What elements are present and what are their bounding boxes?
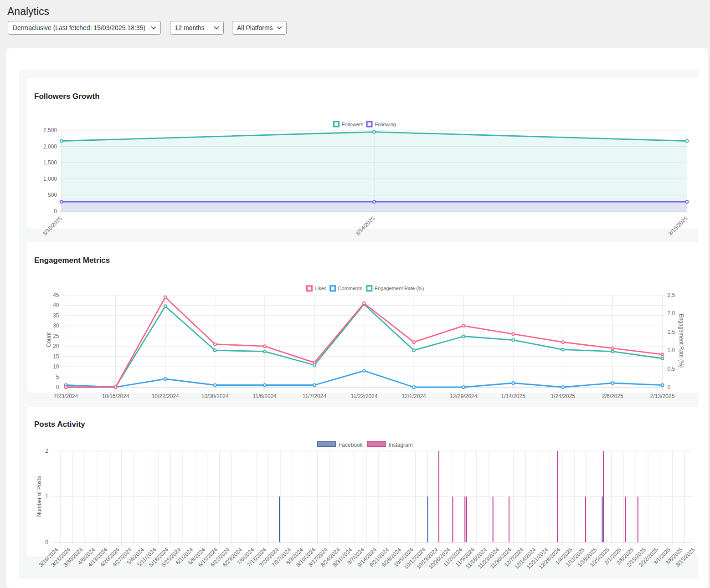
svg-text:Engagement Rate (%): Engagement Rate (%) xyxy=(375,286,424,291)
svg-text:2: 2 xyxy=(45,448,48,454)
svg-text:3/14/2025: 3/14/2025 xyxy=(354,215,376,237)
svg-text:2.0: 2.0 xyxy=(668,310,675,317)
svg-text:12/29/2024: 12/29/2024 xyxy=(450,393,477,399)
svg-text:1.5: 1.5 xyxy=(668,329,675,335)
svg-text:2.5: 2.5 xyxy=(668,292,675,298)
svg-text:5: 5 xyxy=(56,374,59,380)
svg-text:40: 40 xyxy=(53,302,59,308)
svg-text:Followers: Followers xyxy=(342,122,364,127)
svg-text:3/10/2025: 3/10/2025 xyxy=(41,215,63,237)
svg-text:1/14/2025: 1/14/2025 xyxy=(501,393,526,399)
svg-text:0.5: 0.5 xyxy=(668,366,675,372)
svg-text:Comments: Comments xyxy=(338,286,363,291)
svg-text:Likes: Likes xyxy=(315,286,327,291)
svg-text:0: 0 xyxy=(668,384,671,390)
svg-text:1.0: 1.0 xyxy=(668,347,675,353)
svg-text:45: 45 xyxy=(53,292,59,298)
svg-text:Facebook: Facebook xyxy=(339,442,363,448)
svg-text:Following: Following xyxy=(375,122,396,127)
svg-text:0: 0 xyxy=(56,384,59,390)
svg-text:500: 500 xyxy=(48,192,57,198)
svg-text:7/23/2024: 7/23/2024 xyxy=(54,393,78,399)
svg-text:20: 20 xyxy=(53,343,59,349)
svg-text:2/13/2025: 2/13/2025 xyxy=(650,393,675,399)
svg-text:2/6/2025: 2/6/2025 xyxy=(602,393,623,399)
svg-text:0: 0 xyxy=(45,539,48,546)
svg-text:10/22/2024: 10/22/2024 xyxy=(152,393,179,399)
svg-text:10: 10 xyxy=(53,363,59,370)
svg-text:12/1/2024: 12/1/2024 xyxy=(401,393,426,399)
svg-text:1/24/2025: 1/24/2025 xyxy=(551,393,576,399)
svg-text:30: 30 xyxy=(53,322,59,329)
svg-text:Number of Posts: Number of Posts xyxy=(36,476,42,516)
svg-text:Engagement Rate (%): Engagement Rate (%) xyxy=(678,314,684,368)
svg-text:Count: Count xyxy=(46,332,52,347)
svg-text:3/15/2025: 3/15/2025 xyxy=(667,215,689,237)
svg-text:11/7/2024: 11/7/2024 xyxy=(303,393,327,399)
svg-text:11/22/2024: 11/22/2024 xyxy=(350,393,377,399)
svg-text:1: 1 xyxy=(45,493,48,500)
svg-text:10/30/2024: 10/30/2024 xyxy=(201,393,229,399)
svg-text:2,000: 2,000 xyxy=(43,143,57,150)
svg-text:15: 15 xyxy=(53,353,59,360)
svg-text:2,500: 2,500 xyxy=(43,127,57,133)
svg-text:1,000: 1,000 xyxy=(43,176,57,182)
svg-text:1,500: 1,500 xyxy=(43,159,57,166)
svg-text:25: 25 xyxy=(53,333,59,339)
svg-text:11/6/2024: 11/6/2024 xyxy=(253,393,277,399)
svg-text:Instagram: Instagram xyxy=(388,442,412,448)
svg-text:10/16/2024: 10/16/2024 xyxy=(102,393,129,399)
svg-text:35: 35 xyxy=(53,312,59,319)
svg-text:0: 0 xyxy=(54,208,57,215)
